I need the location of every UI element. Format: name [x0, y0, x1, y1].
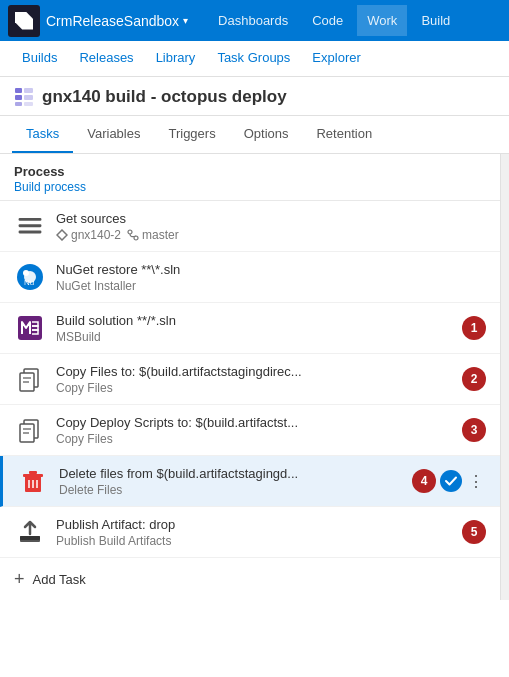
delete-files-content: Delete files from $(build.artifactstagin…	[59, 466, 402, 497]
add-task-row[interactable]: + Add Task	[0, 558, 500, 600]
get-sources-content: Get sources gnx140-2	[56, 211, 486, 242]
project-dropdown-arrow[interactable]: ▾	[183, 15, 188, 26]
logo-icon	[15, 12, 33, 30]
task-item-copy-files-1[interactable]: Copy Files to: $(build.artifactstagingdi…	[0, 354, 500, 405]
svg-rect-6	[19, 218, 42, 221]
get-sources-icon	[14, 210, 46, 242]
delete-files-icon	[17, 465, 49, 497]
process-subtitle: Build process	[14, 180, 486, 194]
build-solution-sub: MSBuild	[56, 330, 452, 344]
process-title: Process	[14, 164, 486, 179]
svg-rect-1	[15, 95, 22, 100]
build-solution-content: Build solution **/*.sln MSBuild	[56, 313, 452, 344]
delete-files-name: Delete files from $(build.artifactstagin…	[59, 466, 402, 481]
copy-files-2-name: Copy Deploy Scripts to: $(build.artifact…	[56, 415, 452, 430]
nav-code[interactable]: Code	[302, 5, 353, 36]
task-badge-3: 3	[462, 418, 486, 442]
svg-rect-32	[20, 536, 40, 540]
tab-retention[interactable]: Retention	[302, 116, 386, 153]
sub-nav: Builds Releases Library Task Groups Expl…	[0, 41, 509, 77]
copy-files-1-content: Copy Files to: $(build.artifactstagingdi…	[56, 364, 452, 395]
tabs-bar: Tasks Variables Triggers Options Retenti…	[0, 116, 509, 154]
task-item-publish-artifact[interactable]: Publish Artifact: drop Publish Build Art…	[0, 507, 500, 558]
build-definition-icon	[14, 87, 34, 107]
copy-files-1-name: Copy Files to: $(build.artifactstagingdi…	[56, 364, 452, 379]
svg-rect-26	[23, 474, 43, 477]
nav-build[interactable]: Build	[411, 5, 460, 36]
nav-dashboards[interactable]: Dashboards	[208, 5, 298, 36]
tab-tasks[interactable]: Tasks	[12, 116, 73, 153]
copy-files-1-sub: Copy Files	[56, 381, 452, 395]
task-item-nuget-restore[interactable]: Nu NuGet restore **\*.sln NuGet Installe…	[0, 252, 500, 303]
publish-artifact-sub: Publish Build Artifacts	[56, 534, 452, 548]
main-content: Process Build process Get sources	[0, 154, 509, 600]
svg-rect-3	[24, 88, 33, 93]
task-item-get-sources[interactable]: Get sources gnx140-2	[0, 201, 500, 252]
task-enabled-check[interactable]	[440, 470, 462, 492]
task-badge-2: 2	[462, 367, 486, 391]
project-name: CrmReleaseSandbox	[46, 13, 179, 29]
svg-rect-0	[15, 88, 22, 93]
top-nav-links: Dashboards Code Work Build	[208, 5, 501, 36]
task-badge-4: 4	[412, 469, 436, 493]
delete-files-sub: Delete Files	[59, 483, 402, 497]
task-badge-5: 5	[462, 520, 486, 544]
top-nav-bar: CrmReleaseSandbox ▾ Dashboards Code Work…	[0, 0, 509, 41]
tab-triggers[interactable]: Triggers	[154, 116, 229, 153]
get-sources-name: Get sources	[56, 211, 486, 226]
svg-rect-2	[15, 102, 22, 106]
page-title-area: gnx140 build - octopus deploy	[0, 77, 509, 116]
msbuild-icon	[14, 312, 46, 344]
get-sources-repo: gnx140-2	[56, 228, 121, 242]
copy-files-2-sub: Copy Files	[56, 432, 452, 446]
task-item-copy-files-2[interactable]: Copy Deploy Scripts to: $(build.artifact…	[0, 405, 500, 456]
subnav-taskgroups[interactable]: Task Groups	[207, 44, 300, 73]
svg-rect-4	[24, 95, 33, 100]
task-more-options[interactable]: ⋮	[466, 470, 486, 493]
build-solution-name: Build solution **/*.sln	[56, 313, 452, 328]
nuget-icon: Nu	[14, 261, 46, 293]
task-panel: Process Build process Get sources	[0, 154, 501, 600]
publish-artifact-name: Publish Artifact: drop	[56, 517, 452, 532]
get-sources-sub: gnx140-2 master	[56, 228, 486, 242]
nuget-restore-name: NuGet restore **\*.sln	[56, 262, 486, 277]
subnav-releases[interactable]: Releases	[69, 44, 143, 73]
subnav-explorer[interactable]: Explorer	[302, 44, 370, 73]
task-item-build-solution[interactable]: Build solution **/*.sln MSBuild 1	[0, 303, 500, 354]
logo	[8, 5, 40, 37]
add-task-label: Add Task	[33, 572, 86, 587]
nuget-restore-content: NuGet restore **\*.sln NuGet Installer	[56, 262, 486, 293]
svg-rect-7	[19, 224, 42, 227]
nuget-restore-sub: NuGet Installer	[56, 279, 486, 293]
svg-point-10	[128, 230, 132, 234]
publish-artifact-icon	[14, 516, 46, 548]
scrollbar[interactable]	[501, 154, 509, 600]
page-title: gnx140 build - octopus deploy	[42, 87, 287, 107]
svg-point-14	[23, 270, 29, 276]
svg-text:Nu: Nu	[24, 278, 34, 287]
publish-artifact-content: Publish Artifact: drop Publish Build Art…	[56, 517, 452, 548]
subnav-library[interactable]: Library	[146, 44, 206, 73]
process-section: Process Build process	[0, 154, 500, 201]
copy-files-1-icon	[14, 363, 46, 395]
copy-files-2-content: Copy Deploy Scripts to: $(build.artifact…	[56, 415, 452, 446]
tab-variables[interactable]: Variables	[73, 116, 154, 153]
get-sources-branch: master	[127, 228, 179, 242]
delete-files-actions: 4 ⋮	[412, 469, 486, 493]
task-badge-1: 1	[462, 316, 486, 340]
svg-rect-27	[29, 471, 37, 474]
add-task-plus-icon: +	[14, 570, 25, 588]
tab-options[interactable]: Options	[230, 116, 303, 153]
svg-rect-5	[24, 102, 33, 106]
task-item-delete-files[interactable]: Delete files from $(build.artifactstagin…	[0, 456, 500, 507]
subnav-builds[interactable]: Builds	[12, 44, 67, 73]
svg-rect-8	[19, 231, 42, 234]
copy-files-2-icon	[14, 414, 46, 446]
nav-work[interactable]: Work	[357, 5, 407, 36]
svg-marker-9	[57, 230, 67, 240]
